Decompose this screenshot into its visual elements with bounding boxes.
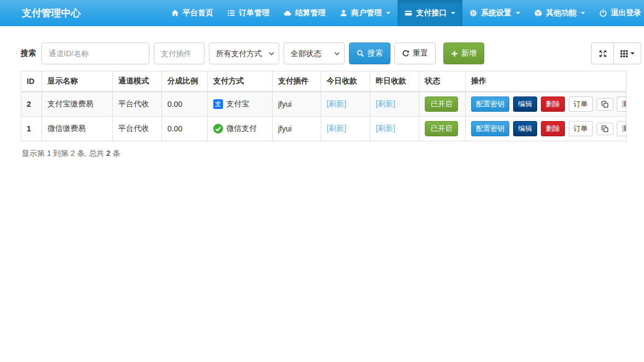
cell-id: 2 <box>21 92 42 117</box>
refresh-today-link[interactable]: [刷新] <box>327 99 346 108</box>
nav-item-label: 支付接口 <box>416 8 447 18</box>
col-header-status: 状态 <box>419 71 466 92</box>
cell-today: [刷新] <box>321 117 370 141</box>
columns-grid-icon <box>620 50 628 58</box>
fullscreen-icon <box>599 50 607 58</box>
cell-name: 支付宝缴费易 <box>42 92 113 117</box>
copy-icon <box>601 101 609 108</box>
nav-item-settlement[interactable]: 结算管理 <box>276 0 333 26</box>
search-icon <box>357 50 364 57</box>
gear-icon <box>470 9 477 17</box>
status-select-wrap: 全部状态 <box>284 43 345 64</box>
chevron-down-icon <box>386 12 390 14</box>
nav-item-orders[interactable]: 订单管理 <box>220 0 276 26</box>
home-icon <box>171 9 179 17</box>
cell-method: 微信支付 <box>208 117 273 141</box>
nav-item-label: 平台首页 <box>183 8 213 18</box>
cell-ratio: 0.00 <box>162 92 208 117</box>
channel-search-input[interactable] <box>41 43 149 64</box>
payment-method-select-wrap: 所有支付方式 <box>209 43 279 64</box>
cell-plugin: jfyui <box>273 117 321 141</box>
nav-item-label: 订单管理 <box>239 8 269 18</box>
nav-item-label: 商户管理 <box>351 8 382 18</box>
credit-card-icon <box>405 9 412 17</box>
col-header-plugin: 支付插件 <box>273 71 321 92</box>
copy-button[interactable] <box>597 98 613 111</box>
payment-method-label: 支付宝 <box>226 99 249 109</box>
nav-item-payment-interface[interactable]: 支付接口 <box>398 0 462 26</box>
cube-icon <box>534 9 542 17</box>
plugin-search-input[interactable] <box>154 43 204 64</box>
cell-mode: 平台代收 <box>113 117 162 141</box>
delete-button[interactable]: 删除 <box>541 96 565 112</box>
col-header-name: 显示名称 <box>42 71 113 92</box>
nav-item-merchants[interactable]: 商户管理 <box>333 0 398 26</box>
col-header-ratio: 分成比例 <box>162 71 208 92</box>
power-icon <box>599 9 607 17</box>
cell-id: 1 <box>21 117 42 141</box>
order-button[interactable]: 订单 <box>569 121 593 136</box>
refresh-icon <box>402 50 410 57</box>
order-button[interactable]: 订单 <box>569 96 593 112</box>
main-nav: 平台首页 订单管理 结算管理 商户管理 支付接口 系统设置 其他功能 <box>164 0 644 26</box>
nav-item-label: 系统设置 <box>481 8 511 18</box>
config-key-button[interactable]: 配置密钥 <box>471 96 509 112</box>
nav-item-label: 退出登录 <box>611 8 641 18</box>
cell-actions: 配置密钥 编辑 删除 订单 测试 <box>466 92 627 117</box>
columns-button[interactable] <box>614 43 641 64</box>
table-row: 2 支付宝缴费易 平台代收 0.00 支 支付宝 jfyui [刷新] [刷新]… <box>21 92 627 117</box>
payment-method-select[interactable]: 所有支付方式 <box>209 43 279 64</box>
nav-item-label: 其他功能 <box>546 8 576 18</box>
col-header-id: ID <box>21 71 42 92</box>
add-button[interactable]: 新增 <box>443 43 484 64</box>
cell-today: [刷新] <box>321 92 370 117</box>
delete-button[interactable]: 删除 <box>541 121 565 136</box>
test-button[interactable]: 测试 <box>617 121 626 136</box>
table-toolbar-group <box>591 43 641 64</box>
alipay-icon: 支 <box>213 99 223 109</box>
refresh-today-link[interactable]: [刷新] <box>327 124 346 132</box>
status-select[interactable]: 全部状态 <box>284 43 345 64</box>
col-header-yesterday: 昨日收款 <box>370 71 419 92</box>
cell-plugin: jfyui <box>273 92 321 117</box>
cell-mode: 平台代收 <box>113 92 162 117</box>
copy-button[interactable] <box>597 123 613 135</box>
brand-title[interactable]: 支付管理中心 <box>0 0 89 26</box>
reset-button[interactable]: 重置 <box>394 43 436 64</box>
refresh-yesterday-link[interactable]: [刷新] <box>376 99 395 108</box>
chevron-down-icon <box>516 12 520 14</box>
chevron-down-icon <box>581 12 585 14</box>
nav-item-home[interactable]: 平台首页 <box>164 0 220 26</box>
nav-item-logout[interactable]: 退出登录 <box>592 0 644 26</box>
nav-item-label: 结算管理 <box>295 8 326 18</box>
status-badge[interactable]: 已开启 <box>425 121 458 136</box>
channels-table-wrap: ID 显示名称 通道模式 分成比例 支付方式 支付插件 今日收款 昨日收款 状态… <box>21 71 627 141</box>
pagination-info-total: 2 <box>106 149 111 158</box>
payment-method-label: 微信支付 <box>226 124 257 134</box>
search-button[interactable]: 搜索 <box>349 43 390 64</box>
user-icon <box>340 9 347 17</box>
cell-method: 支 支付宝 <box>208 92 273 117</box>
cloud-icon <box>284 9 291 17</box>
fullscreen-button[interactable] <box>591 43 614 64</box>
plus-icon <box>451 50 458 57</box>
cell-name: 微信缴费易 <box>42 117 113 141</box>
edit-button[interactable]: 编辑 <box>513 96 537 112</box>
nav-item-other-functions[interactable]: 其他功能 <box>527 0 592 26</box>
table-row: 1 微信缴费易 平台代收 0.00 微信支付 jfyui [刷新] [刷新] 已… <box>21 117 627 141</box>
table-header-row: ID 显示名称 通道模式 分成比例 支付方式 支付插件 今日收款 昨日收款 状态… <box>21 71 627 92</box>
top-navbar: 支付管理中心 平台首页 订单管理 结算管理 商户管理 支付接口 系统设置 <box>0 0 644 26</box>
status-badge[interactable]: 已开启 <box>425 96 458 112</box>
col-header-method: 支付方式 <box>208 71 273 92</box>
edit-button[interactable]: 编辑 <box>513 121 537 136</box>
cell-actions: 配置密钥 编辑 删除 订单 测试 <box>466 117 627 141</box>
nav-item-system-settings[interactable]: 系统设置 <box>462 0 527 26</box>
pagination-info-suffix: 条 <box>111 149 121 158</box>
col-header-actions: 操作 <box>466 71 627 92</box>
refresh-yesterday-link[interactable]: [刷新] <box>376 124 395 132</box>
test-button[interactable]: 测试 <box>617 96 626 112</box>
config-key-button[interactable]: 配置密钥 <box>471 121 509 136</box>
cell-status: 已开启 <box>419 92 466 117</box>
pagination-info-prefix: 显示第 1 到第 2 条, 总共 <box>22 149 106 158</box>
channels-table: ID 显示名称 通道模式 分成比例 支付方式 支付插件 今日收款 昨日收款 状态… <box>21 71 627 141</box>
